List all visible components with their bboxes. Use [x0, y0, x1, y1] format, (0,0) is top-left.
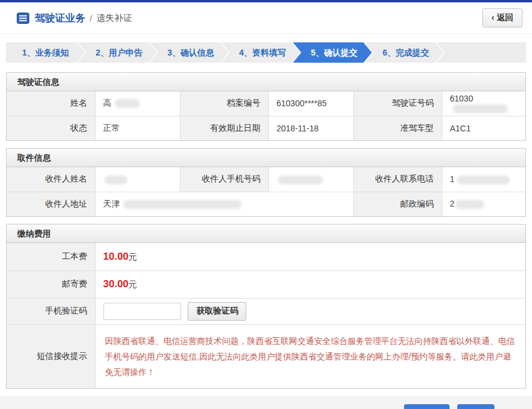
recipient-name-value: [95, 167, 180, 192]
file-number-value: 610300****85: [268, 91, 353, 116]
sms-code-cell: 获取验证码: [95, 298, 525, 324]
production-fee-label: 工本费: [7, 243, 95, 270]
page-title: 驾驶证业务: [35, 11, 85, 25]
vehicle-type-value: A1C1: [442, 116, 525, 140]
license-number-value: 61030: [442, 91, 525, 116]
wizard-steps: 1、业务须知 2、用户申告 3、确认信息 4、资料填写 5、确认提交 6、完成提…: [6, 42, 526, 63]
finish-button[interactable]: 完成: [457, 404, 494, 409]
payment-fee-table: 工本费 10.00元 邮寄费 30.00元 手机验证码 获取验证码 短信接收提示…: [7, 243, 525, 388]
redacted-value: [123, 200, 241, 209]
breadcrumb-separator: /: [90, 13, 92, 23]
expiry-date-value: 2018-11-18: [268, 116, 353, 140]
status-value: 正常: [95, 116, 180, 140]
sms-code-label: 手机验证码: [7, 298, 95, 324]
redacted-value: [278, 176, 323, 184]
status-label: 状态: [7, 116, 95, 140]
mail-fee-amount: 30.00: [103, 278, 129, 290]
payment-fee-section: 缴纳费用 工本费 10.00元 邮寄费 30.00元 手机验证码 获取验证码 短…: [6, 224, 526, 389]
recipient-mobile-value: [268, 167, 353, 192]
recipient-address-label: 收件人地址: [7, 192, 95, 216]
step-4-fill-materials: 4、资料填写: [221, 42, 300, 63]
steps-filler: [436, 42, 526, 63]
file-number-label: 档案编号: [180, 91, 268, 116]
get-code-button[interactable]: 获取验证码: [188, 302, 246, 321]
table-row: 手机验证码 获取验证码: [7, 298, 525, 324]
step-6-complete-submit: 6、完成提交: [365, 42, 444, 63]
page-header: 驾驶证业务 / 遗失补证 ‹返回: [0, 2, 532, 34]
redacted-value: [105, 176, 127, 184]
back-button[interactable]: ‹返回: [482, 8, 522, 27]
step-2-user-declaration: 2、用户申告: [78, 42, 157, 63]
table-row: 收件人姓名 收件人手机号码 收件人联系电话 1: [7, 167, 525, 192]
redacted-value: [453, 104, 508, 113]
table-row: 状态 正常 有效期止日期 2018-11-18 准驾车型 A1C1: [7, 116, 525, 140]
redacted-value: [115, 99, 140, 108]
step-5-confirm-submit: 5、确认提交: [293, 42, 372, 63]
table-row: 短信接收提示 因陕西省联通、电信运营商技术问题，陕西省互联网交通安全综合服务管理…: [7, 324, 525, 388]
step-3-confirm-info: 3、确认信息: [149, 42, 228, 63]
name-label: 姓名: [7, 91, 95, 116]
payment-fee-title: 缴纳费用: [7, 225, 525, 243]
recipient-address-value: 天津: [95, 192, 353, 216]
license-number-label: 驾驶证号码: [353, 91, 442, 116]
license-info-section: 驾驶证信息 姓名 高 档案编号 610300****85 驾驶证号码 61030…: [6, 72, 526, 141]
breadcrumb-current: 遗失补证: [96, 13, 132, 24]
mail-fee-label: 邮寄费: [7, 270, 95, 298]
sms-code-input[interactable]: [103, 303, 181, 320]
table-row: 姓名 高 档案编号 610300****85 驾驶证号码 61030: [7, 91, 525, 116]
back-button-label: 返回: [497, 13, 513, 22]
redacted-value: [455, 200, 484, 209]
production-fee-value: 10.00元: [95, 243, 525, 270]
pickup-info-section: 取件信息 收件人姓名 收件人手机号码 收件人联系电话 1 收件人地址 天津 邮政…: [6, 148, 526, 217]
step-1-business-notice: 1、业务须知: [6, 42, 85, 63]
production-fee-amount: 10.00: [103, 251, 129, 262]
pickup-info-title: 取件信息: [7, 149, 525, 167]
postal-code-label: 邮政编码: [353, 192, 442, 216]
sms-notice-text: 因陕西省联通、电信运营商技术问题，陕西省互联网交通安全综合服务管理平台无法向持陕…: [95, 324, 525, 388]
list-icon: [17, 13, 29, 24]
table-row: 邮寄费 30.00元: [7, 270, 525, 298]
back-chevron-icon: ‹: [491, 13, 494, 22]
recipient-name-label: 收件人姓名: [7, 167, 95, 192]
expiry-date-label: 有效期止日期: [180, 116, 268, 140]
mail-fee-unit: 元: [129, 279, 137, 289]
table-row: 工本费 10.00元: [7, 243, 525, 270]
table-row: 收件人地址 天津 邮政编码 2: [7, 192, 525, 216]
pickup-info-table: 收件人姓名 收件人手机号码 收件人联系电话 1 收件人地址 天津 邮政编码 2: [7, 167, 525, 216]
form-footer: 上一步 完成: [0, 396, 532, 409]
recipient-phone-value: 1: [442, 167, 525, 192]
previous-step-button[interactable]: 上一步: [404, 404, 450, 409]
sms-notice-label: 短信接收提示: [7, 324, 95, 388]
postal-code-value: 2: [442, 192, 525, 216]
recipient-phone-label: 收件人联系电话: [353, 167, 442, 192]
redacted-value: [457, 176, 510, 184]
name-value: 高: [95, 91, 180, 116]
mail-fee-value: 30.00元: [95, 270, 525, 298]
production-fee-unit: 元: [129, 252, 137, 262]
recipient-mobile-label: 收件人手机号码: [180, 167, 268, 192]
license-info-table: 姓名 高 档案编号 610300****85 驾驶证号码 61030 状态 正常…: [7, 91, 525, 140]
vehicle-type-label: 准驾车型: [353, 116, 442, 140]
license-info-title: 驾驶证信息: [7, 73, 525, 91]
